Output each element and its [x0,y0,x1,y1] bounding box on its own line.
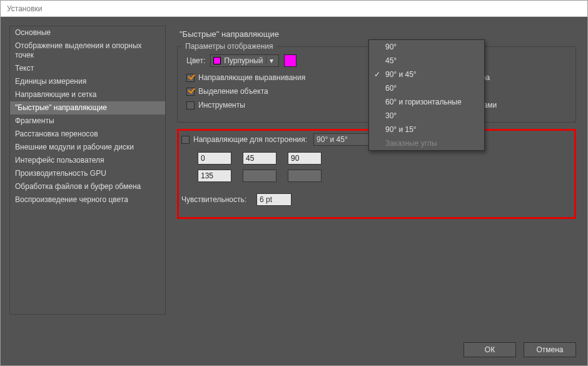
construction-guides-checkbox[interactable]: Направляющие для построения: [181,135,307,144]
titlebar: Установки [1,1,587,17]
sidebar-item[interactable]: Отображение выделения и опорных точек [10,39,165,62]
main-panel: "Быстрые" направляющие Параметры отображ… [166,26,587,336]
sidebar-item[interactable]: Расстановка переносов [10,128,165,141]
sidebar-item[interactable]: Обработка файлов и буфер обмена [10,180,165,193]
sidebar-item[interactable]: Текст [10,62,165,75]
dropdown-item[interactable]: 90° и 15° [369,123,484,136]
checkbox-box [186,88,195,96]
checkbox-label: Выделение объекта [198,87,268,96]
sidebar-item[interactable]: Внешние модули и рабочие диски [10,141,165,154]
angle-inputs-2 [198,170,569,182]
sidebar: ОсновныеОтображение выделения и опорных … [9,26,166,315]
angle-input[interactable] [243,170,276,182]
checkbox-row[interactable]: Направляющие выравнивания [186,73,377,82]
checkbox-row[interactable]: Выделение объекта [186,87,377,96]
sidebar-item[interactable]: Основные [10,26,165,39]
sidebar-item[interactable]: "Быстрые" направляющие [10,101,165,114]
preferences-window: Установки ОсновныеОтображение выделения … [0,0,588,366]
display-options-legend: Параметры отображения [183,42,276,51]
sensitivity-input[interactable] [256,193,291,206]
color-label: Цвет: [186,56,205,65]
color-swatch-icon [213,57,221,64]
checkbox-label: Инструменты [198,101,245,109]
color-select-value: Пурпурный [224,56,263,65]
construction-guides-label: Направляющие для построения: [193,135,307,144]
angle-input[interactable] [288,152,322,165]
dropdown-item[interactable]: 45° [369,54,484,68]
checkbox-box [186,74,195,82]
angle-input[interactable] [243,152,276,165]
ok-button[interactable]: ОК [464,342,516,357]
angle-inputs [198,152,569,165]
dropdown-item[interactable]: 30° [369,109,484,123]
sidebar-item[interactable]: Фрагменты [10,114,165,128]
construction-angles-dropdown: 90°45°90° и 45°60°60° и горизонтальные30… [368,39,485,151]
sidebar-item[interactable]: Производительность GPU [10,167,165,180]
color-preview-swatch[interactable] [284,54,297,67]
sensitivity-label: Чувствительность: [181,195,246,204]
color-select[interactable]: Пурпурный ▾ [210,54,279,67]
sidebar-item[interactable]: Интерфейс пользователя [10,154,165,167]
dialog-footer: ОК Отмена [1,336,587,363]
chevron-down-icon: ▾ [266,56,276,65]
cancel-button[interactable]: Отмена [524,342,576,357]
sidebar-item[interactable]: Воспроизведение черного цвета [10,193,165,206]
page-title: "Быстрые" направляющие [180,29,576,39]
dropdown-item[interactable]: 60° [369,81,484,95]
dropdown-item: Заказные углы [369,136,484,150]
checkbox-label: Направляющие выравнивания [198,73,305,82]
angle-input[interactable] [198,170,231,182]
dropdown-item[interactable]: 90° [369,40,484,54]
construction-guides-highlight: Направляющие для построения: 90° и 45° ▾… [177,129,576,219]
dropdown-item[interactable]: 60° и горизонтальные [369,95,484,109]
sidebar-item[interactable]: Единицы измерения [10,75,165,88]
angle-input[interactable] [198,152,231,165]
dropdown-item[interactable]: 90° и 45° [369,68,484,81]
angle-input[interactable] [288,170,322,182]
checkbox-box [181,136,190,144]
window-title: Установки [7,4,42,13]
sidebar-item[interactable]: Направляющие и сетка [10,88,165,101]
checkbox-box [186,101,195,109]
checkbox-row[interactable]: Инструменты [186,101,377,109]
